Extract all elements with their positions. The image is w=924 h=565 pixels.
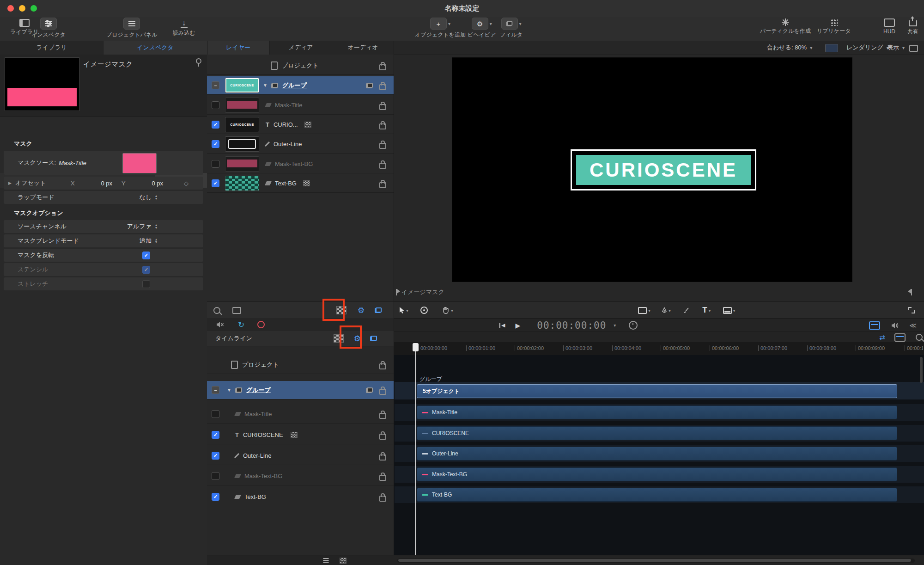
invert-mask-checkbox[interactable] [142, 252, 150, 259]
layers-badge-icon[interactable] [366, 83, 373, 88]
import-button[interactable]: ↓ 読み込む [173, 18, 195, 37]
timeline-row-group[interactable]: ▼ グループ [207, 381, 394, 399]
chevron-down-icon[interactable]: ▾ [648, 308, 650, 313]
stepper-icon[interactable]: ▴▾ [155, 238, 157, 244]
visibility-checkbox[interactable] [212, 472, 219, 480]
visibility-checkbox[interactable] [212, 160, 219, 168]
layer-row-mask-text-bg[interactable]: Mask-Text-BG [207, 155, 394, 173]
chevron-down-icon[interactable]: ▾ [614, 323, 616, 328]
lock-icon[interactable] [379, 143, 386, 149]
close-window-button[interactable] [7, 5, 14, 12]
timeline-row-curioscene[interactable]: T CURIOSCENE [207, 426, 394, 444]
disclosure-down-icon[interactable]: ▼ [227, 387, 231, 393]
playback-range-icon[interactable]: ≪ [909, 321, 917, 330]
visibility-checkbox[interactable] [212, 493, 219, 501]
lock-icon[interactable] [379, 475, 386, 481]
chevron-down-icon[interactable]: ▾ [709, 308, 711, 313]
link-arrows-icon[interactable]: ⇄ [879, 334, 885, 341]
isolate-checker-badge[interactable] [304, 122, 311, 128]
timeline-row-outer-line[interactable]: Outer-Line [207, 447, 394, 465]
tab-inspector[interactable]: インスペクタ [103, 41, 207, 55]
timeline-row-mask-title[interactable]: Mask-Title [207, 405, 394, 424]
inspector-button[interactable]: インスペクタ [31, 18, 66, 39]
lock-icon[interactable] [379, 182, 386, 188]
lock-icon[interactable] [379, 163, 386, 169]
share-button[interactable]: 共有 [907, 18, 918, 36]
lock-icon[interactable] [379, 413, 386, 419]
layer-row-outer-line[interactable]: Outer-Line [207, 135, 394, 154]
search-icon[interactable] [213, 307, 220, 314]
lock-icon[interactable] [379, 454, 386, 461]
anchor-point-tool-icon[interactable] [420, 307, 428, 314]
visibility-checkbox[interactable] [212, 81, 219, 89]
chevron-down-icon[interactable]: ▾ [451, 308, 453, 313]
rectangle-tool-icon[interactable] [638, 307, 647, 314]
visibility-checkbox[interactable] [212, 101, 219, 109]
horizontal-scrollbar[interactable] [397, 559, 915, 563]
duration-clock-icon[interactable] [629, 321, 638, 330]
track-bar-curioscene[interactable]: CURIOSCENE [417, 426, 897, 440]
disclosure-right-icon[interactable]: ▶ [8, 181, 12, 185]
tab-layers[interactable]: レイヤー [207, 41, 270, 55]
hand-tool-icon[interactable] [442, 307, 450, 314]
canvas[interactable]: CURIOSCENE [452, 57, 852, 282]
timeline-row-project[interactable]: プロジェクト [207, 356, 394, 374]
chevron-down-icon[interactable]: ▾ [669, 308, 671, 313]
view-layout-icon[interactable] [909, 45, 918, 52]
fullscreen-icon[interactable] [908, 307, 915, 313]
lock-icon[interactable] [379, 104, 386, 110]
timeline-ruler[interactable]: 00:00:00:00 00:00:01:00 00:00:02:00 00:0… [394, 342, 924, 356]
wrap-mode-value[interactable]: なし [128, 193, 152, 202]
layer-row-text-bg[interactable]: Text-BG [207, 174, 394, 193]
canvas-title-background[interactable]: CURIOSCENE [576, 155, 751, 185]
tab-media[interactable]: メディア [270, 41, 332, 55]
record-icon[interactable] [257, 321, 265, 328]
layers-view-icon[interactable] [375, 307, 382, 313]
lock-icon[interactable] [379, 434, 386, 440]
color-swatch[interactable] [825, 44, 838, 52]
play-button[interactable]: ▶ [515, 322, 520, 329]
layer-row-project[interactable]: プロジェクト [207, 56, 394, 75]
vertical-scrollbar[interactable] [920, 357, 923, 383]
lock-icon[interactable] [379, 363, 386, 369]
chevron-down-icon[interactable]: ▾ [406, 308, 408, 313]
filmstrip-icon[interactable] [894, 333, 906, 342]
mask-source-swatch[interactable] [122, 153, 157, 173]
visibility-checkbox[interactable] [212, 179, 219, 187]
playhead[interactable] [415, 343, 416, 555]
mute-icon[interactable] [216, 321, 224, 328]
stepper-icon[interactable]: ▴▾ [155, 224, 157, 229]
view-dropdown[interactable]: 表示▾ [887, 41, 905, 55]
tab-library[interactable]: ライブラリ [0, 41, 103, 55]
list-view-icon[interactable] [323, 558, 329, 563]
bezier-tool-icon[interactable] [662, 307, 667, 314]
blend-mode-value[interactable]: 追加 [115, 237, 152, 245]
minimize-window-button[interactable] [19, 5, 25, 12]
make-particles-button[interactable]: パーティクルを作成 [760, 18, 811, 35]
track-bar-text-bg[interactable]: Text-BG [417, 488, 897, 502]
stretch-checkbox[interactable] [142, 280, 150, 288]
in-point-marker-icon[interactable] [396, 289, 397, 295]
gear-icon[interactable]: ⚙ [358, 307, 365, 314]
hud-button[interactable]: HUD [883, 18, 895, 35]
filters-button[interactable]: ▾ フィルタ [500, 18, 523, 39]
mask-tool-icon[interactable] [723, 307, 732, 314]
replicator-button[interactable]: リプリケータ [817, 18, 851, 35]
zoom-fit-dropdown[interactable]: 合わせる: 80%▾ [767, 41, 812, 55]
go-to-start-button[interactable]: ◀ [499, 322, 505, 328]
paint-stroke-tool-icon[interactable] [683, 307, 689, 313]
zoom-window-button[interactable] [30, 5, 37, 12]
offset-y-field[interactable]: 0 px [133, 180, 163, 187]
track-bar-mask-text-bg[interactable]: Mask-Text-BG [417, 467, 897, 481]
lock-icon[interactable] [379, 389, 386, 395]
out-point-marker-icon[interactable] [911, 289, 912, 295]
behaviors-button[interactable]: ⚙ ▾ ビヘイビア [468, 18, 496, 39]
audio-icon[interactable] [891, 322, 899, 329]
pin-icon[interactable] [196, 58, 201, 64]
loop-icon[interactable]: ↻ [238, 321, 244, 329]
track-bar-group[interactable]: 5オブジェクト [417, 384, 897, 398]
playhead-grip[interactable] [413, 343, 419, 351]
canvas-title-text[interactable]: CURIOSCENE [590, 159, 737, 181]
track-bar-mask-title[interactable]: Mask-Title [417, 405, 897, 419]
chevron-down-icon[interactable]: ▾ [733, 308, 736, 313]
